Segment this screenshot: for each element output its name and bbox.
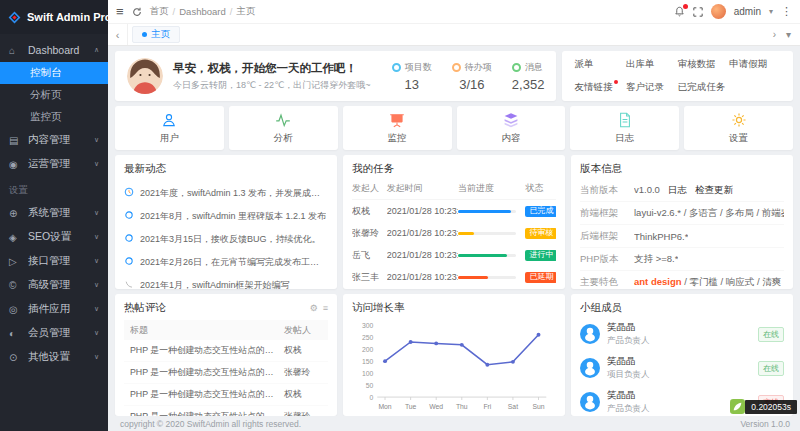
comments-column-poster: 发帖人	[284, 324, 322, 337]
quick-link-友情链接[interactable]: 友情链接	[574, 81, 626, 94]
version-row-label: 主要特色	[580, 276, 634, 289]
username[interactable]: admin	[734, 6, 761, 17]
shortcut-日志[interactable]: 日志	[570, 106, 679, 150]
progress-track	[458, 210, 516, 213]
user-menu-caret-icon[interactable]: ▾	[769, 7, 773, 16]
shortcut-label: 监控	[388, 132, 407, 145]
debug-trace-badge[interactable]: 0.202053s	[730, 399, 797, 414]
tab-scroll-right-icon[interactable]: ›	[770, 29, 779, 40]
task-initiator: 张三丰	[352, 266, 387, 288]
task-progress	[458, 249, 525, 261]
breadcrumb-item[interactable]: 首页	[150, 5, 169, 18]
tab-menu-caret-icon[interactable]: ▾	[783, 29, 794, 40]
refresh-icon[interactable]	[132, 7, 142, 17]
tab-scroll-left-icon[interactable]: ‹	[108, 24, 128, 45]
sidebar-item-系统管理[interactable]: ⊕系统管理∨	[0, 201, 108, 225]
status-badge: 待审核	[525, 228, 556, 239]
more-options-icon[interactable]: ⋮	[781, 6, 792, 17]
task-initiator: 权栈	[352, 200, 387, 222]
svg-text:Wed: Wed	[429, 403, 443, 410]
status-badge: 已延期	[525, 272, 556, 283]
shortcut-label: 分析	[274, 132, 293, 145]
news-item: 2021年1月，swiftAdmin框架开始编写	[124, 274, 328, 289]
quick-link-出库单[interactable]: 出库单	[626, 58, 678, 71]
sidebar-item-内容管理[interactable]: ▤内容管理∨	[0, 128, 108, 152]
shortcut-内容[interactable]: 内容	[457, 106, 566, 150]
task-time: 2021/01/28 10:23:46	[387, 202, 458, 221]
comment-title[interactable]: PHP 是一种创建动态交互性站点的强有力的服务器端脚本语言	[130, 367, 284, 379]
system-icon: ⊕	[9, 208, 23, 219]
chevron-up-icon: ∧	[94, 46, 99, 54]
circle-icon	[124, 256, 134, 269]
quick-link-客户记录[interactable]: 客户记录	[626, 81, 678, 94]
tasks-header-row: 发起人发起时间当前进度状态	[352, 176, 556, 200]
task-status: 进行中	[525, 245, 556, 266]
comment-title[interactable]: PHP 是一种创建动态交互性站点的强有力的服务器端脚本语言	[130, 345, 284, 357]
quick-link-审核数据[interactable]: 审核数据	[678, 58, 730, 71]
sidebar-item-SEO设置[interactable]: ◈SEO设置∨	[0, 225, 108, 249]
news-item-text: 2021年3月15日，接收反馈BUG，持续优化。	[140, 233, 321, 245]
sidebar-subitem-分析页[interactable]: 分析页	[0, 84, 108, 106]
quick-link-已完成任务[interactable]: 已完成任务	[678, 81, 730, 94]
sidebar-item-运营管理[interactable]: ◉运营管理∨	[0, 152, 108, 176]
comments-menu-icon[interactable]: ≡	[323, 303, 328, 313]
svg-text:Sun: Sun	[532, 403, 544, 410]
version-row-value: ant design / 零门槛 / 响应式 / 清爽	[634, 276, 781, 289]
sidebar-subitem-监控页[interactable]: 监控页	[0, 106, 108, 128]
shortcut-分析[interactable]: 分析	[229, 106, 338, 150]
sidebar-item-Dashboard[interactable]: ⌂Dashboard∧	[0, 38, 108, 62]
quick-link-派单[interactable]: 派单	[574, 58, 626, 71]
sidebar-item-其他设置[interactable]: ⊙其他设置∨	[0, 345, 108, 369]
task-initiator: 乔峰	[352, 288, 387, 289]
app-logo: Swift Admin Pro	[0, 0, 108, 34]
collapse-sidebar-icon[interactable]: ≡	[116, 5, 124, 18]
fullscreen-icon[interactable]	[693, 7, 703, 17]
check-update-link[interactable]: 检查更新	[695, 184, 733, 195]
comments-panel: 热帖评论 ⚙ ≡ 标题发帖人PHP 是一种创建动态交互性站点的强有力的服务器端脚…	[115, 294, 337, 416]
task-initiator: 岳飞	[352, 244, 387, 266]
version-panel: 版本信息 当前版本v1.0.0日志检查更新前端框架layui-v2.6.* / …	[571, 155, 793, 289]
tasks-panel: 我的任务 发起人发起时间当前进度状态权栈2021/01/28 10:23:46已…	[343, 155, 565, 289]
shortcut-监控[interactable]: 监控	[343, 106, 452, 150]
breadcrumb-item[interactable]: 主页	[236, 5, 255, 18]
progress-fill	[458, 254, 507, 257]
tab-home[interactable]: 主页	[132, 26, 180, 43]
stats-group: 项目数13待办项3/16消息2,352	[392, 61, 545, 92]
sidebar-item-会员管理[interactable]: ◐会员管理∨	[0, 321, 108, 345]
shortcut-设置[interactable]: 设置	[684, 106, 793, 150]
sidebar: Swift Admin Pro ⌂Dashboard∧控制台分析页监控页▤内容管…	[0, 0, 108, 431]
news-panel: 最新动态 2021年度，swiftAdmin 1.3 发布，并发展成最受欢迎的极…	[115, 155, 337, 289]
sidebar-item-label: 插件应用	[28, 302, 94, 316]
other-icon: ⊙	[9, 352, 23, 363]
quick-link-申请假期[interactable]: 申请假期	[729, 58, 781, 71]
version-row-value: ThinkPHP6.*	[634, 231, 688, 242]
sidebar-item-高级管理[interactable]: ©高级管理∨	[0, 273, 108, 297]
file-icon	[617, 112, 633, 128]
sidebar-subitem-控制台[interactable]: 控制台	[0, 62, 108, 84]
changelog-link[interactable]: 日志	[668, 184, 687, 195]
circle-gray-icon	[124, 279, 134, 289]
sidebar-item-接口管理[interactable]: ▷接口管理∨	[0, 249, 108, 273]
version-row-label: 当前版本	[580, 184, 634, 197]
weather-text: 今日多云转阴，18℃ - 22℃，出门记得穿外套哦~	[173, 79, 371, 92]
version-row-主要特色: 主要特色ant design / 零门槛 / 响应式 / 清爽	[580, 271, 784, 289]
shortcut-用户[interactable]: 用户	[115, 106, 224, 150]
main-area: ≡ 首页/Dashboard/主页 admin ▾ ⋮ ‹ 主页	[108, 0, 800, 431]
tasks-panel-title: 我的任务	[352, 162, 394, 176]
notifications-bell-icon[interactable]	[674, 6, 685, 17]
comment-title[interactable]: PHP 是一种创建动态交互性站点的强有力的服务器端脚本语言	[130, 389, 284, 401]
growth-chart-panel: 访问增长率 050100150200250300MonTueWedThuFriS…	[343, 294, 565, 416]
task-status: 待审核	[525, 223, 556, 244]
task-time: 2021/01/28 10:23:46	[387, 268, 458, 287]
stat-项目数: 项目数13	[392, 61, 432, 92]
breadcrumb-item[interactable]: Dashboard	[179, 6, 225, 17]
members-panel-title: 小组成员	[580, 301, 622, 315]
version-accent-text: ant design	[634, 276, 682, 287]
user-avatar[interactable]	[711, 4, 726, 19]
member-texts: 笑晶晶项目负责人	[607, 355, 650, 381]
comments-settings-gear-icon[interactable]: ⚙	[310, 303, 318, 313]
comments-column-title: 标题	[130, 324, 284, 337]
sidebar-item-插件应用[interactable]: ◎插件应用∨	[0, 297, 108, 321]
member-name: 笑晶晶	[607, 389, 650, 402]
circle-icon	[124, 210, 134, 223]
